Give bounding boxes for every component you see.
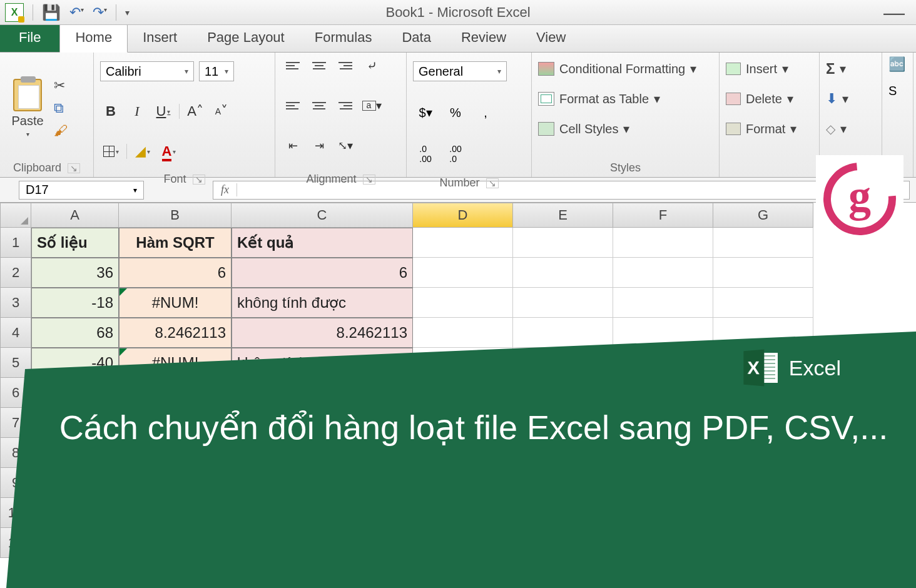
borders-button[interactable] [100, 142, 121, 161]
cell[interactable] [413, 378, 513, 408]
select-all-corner[interactable] [0, 203, 31, 228]
undo-icon[interactable]: ↶▾ [69, 4, 84, 21]
row-header[interactable]: 10 [0, 498, 31, 528]
cell[interactable] [31, 468, 119, 498]
cell[interactable] [119, 468, 232, 498]
sort-icon[interactable]: 🔤 [888, 56, 907, 73]
cell[interactable] [119, 528, 232, 558]
col-header-g[interactable]: G [713, 203, 813, 228]
cell[interactable] [232, 378, 413, 408]
shrink-font-button[interactable]: A˅ [211, 102, 232, 121]
cell[interactable]: #NUM! [119, 348, 232, 378]
cell[interactable] [31, 378, 119, 408]
cell[interactable] [413, 348, 513, 378]
percent-format-button[interactable]: % [443, 103, 468, 122]
cell[interactable] [232, 528, 413, 558]
cell[interactable] [413, 438, 513, 468]
cell[interactable] [713, 378, 813, 408]
row-header[interactable]: 7 [0, 408, 31, 438]
increase-indent-button[interactable]: ⇥ [308, 136, 330, 155]
cell[interactable] [713, 348, 813, 378]
align-left-button[interactable] [282, 96, 304, 115]
cell[interactable] [232, 408, 413, 438]
cell[interactable] [713, 498, 813, 528]
delete-cells-button[interactable]: Delete ▾ [726, 86, 813, 111]
cell[interactable] [413, 258, 513, 288]
paste-button[interactable]: Paste ▾ [6, 56, 49, 160]
minimize-icon[interactable]: — [883, 0, 905, 24]
row-header[interactable]: 1 [0, 228, 31, 258]
bold-button[interactable]: B [100, 102, 121, 121]
cell[interactable] [613, 378, 713, 408]
format-cells-button[interactable]: Format ▾ [726, 116, 813, 141]
insert-cells-button[interactable]: Insert ▾ [726, 56, 813, 81]
increase-decimal-button[interactable]: .0.00 [413, 144, 438, 163]
col-header-b[interactable]: B [119, 203, 232, 228]
save-icon[interactable]: 💾 [42, 4, 61, 21]
cell[interactable] [31, 408, 119, 438]
cell[interactable]: 8.2462113 [232, 318, 413, 348]
dialog-launcher-icon[interactable]: ↘ [193, 175, 205, 185]
autosum-button[interactable]: Σ ▾ [826, 56, 875, 81]
cell[interactable] [119, 438, 232, 468]
row-header[interactable]: 3 [0, 288, 31, 318]
format-as-table-button[interactable]: Format as Table ▾ [538, 86, 713, 111]
tab-formulas[interactable]: Formulas [300, 24, 387, 52]
col-header-c[interactable]: C [232, 203, 413, 228]
cell[interactable]: Kết quả [232, 228, 413, 258]
spreadsheet-grid[interactable]: A B C D E F G 1 Số liệu Hàm SQRT Kết quả… [0, 203, 916, 558]
tab-view[interactable]: View [521, 24, 581, 52]
italic-button[interactable]: I [126, 102, 148, 121]
col-header-e[interactable]: E [513, 203, 613, 228]
cell[interactable] [513, 408, 613, 438]
cell[interactable] [513, 288, 613, 318]
cell[interactable] [513, 528, 613, 558]
cell[interactable]: 36 [31, 258, 119, 288]
font-size-combo[interactable]: 11▾ [199, 61, 234, 81]
cell[interactable] [613, 228, 713, 258]
col-header-a[interactable]: A [31, 203, 119, 228]
cell[interactable] [31, 438, 119, 468]
grow-font-button[interactable]: A˄ [185, 102, 206, 121]
cell[interactable] [513, 378, 613, 408]
cell[interactable] [713, 468, 813, 498]
number-format-combo[interactable]: General▾ [413, 61, 507, 81]
align-bottom-button[interactable] [334, 56, 357, 75]
format-painter-icon[interactable]: 🖌 [54, 123, 68, 139]
align-center-button[interactable] [308, 96, 330, 115]
cell[interactable] [413, 318, 513, 348]
cell[interactable] [713, 228, 813, 258]
cell[interactable]: 6 [119, 258, 232, 288]
cell[interactable] [613, 498, 713, 528]
align-middle-button[interactable] [308, 56, 330, 75]
cell[interactable]: #NUM! [119, 288, 232, 318]
merge-center-button[interactable]: ▾ [360, 96, 383, 115]
row-header[interactable]: 2 [0, 258, 31, 288]
cell[interactable] [613, 408, 713, 438]
cell[interactable] [513, 228, 613, 258]
cell[interactable]: không tính được [232, 288, 413, 318]
dialog-launcher-icon[interactable]: ↘ [68, 163, 80, 173]
fill-button[interactable]: ⬇ ▾ [826, 86, 875, 111]
cell[interactable] [413, 468, 513, 498]
cell[interactable] [613, 528, 713, 558]
cell[interactable] [713, 408, 813, 438]
comma-format-button[interactable]: , [473, 103, 498, 122]
cell[interactable] [119, 498, 232, 528]
cell[interactable] [119, 408, 232, 438]
row-header[interactable]: 6 [0, 378, 31, 408]
cell[interactable] [713, 288, 813, 318]
wrap-text-button[interactable]: ⤶ [360, 56, 383, 75]
cell[interactable] [713, 438, 813, 468]
decrease-indent-button[interactable]: ⇤ [282, 136, 304, 155]
cell[interactable]: -18 [31, 288, 119, 318]
row-header[interactable]: 5 [0, 348, 31, 378]
cell[interactable]: 6 [232, 258, 413, 288]
excel-app-icon[interactable]: X [5, 3, 24, 22]
font-color-button[interactable]: A [158, 142, 180, 161]
cell[interactable] [513, 468, 613, 498]
underline-button[interactable]: U [153, 102, 174, 121]
cell[interactable] [613, 468, 713, 498]
dialog-launcher-icon[interactable]: ↘ [363, 175, 375, 185]
tab-insert[interactable]: Insert [128, 24, 192, 52]
